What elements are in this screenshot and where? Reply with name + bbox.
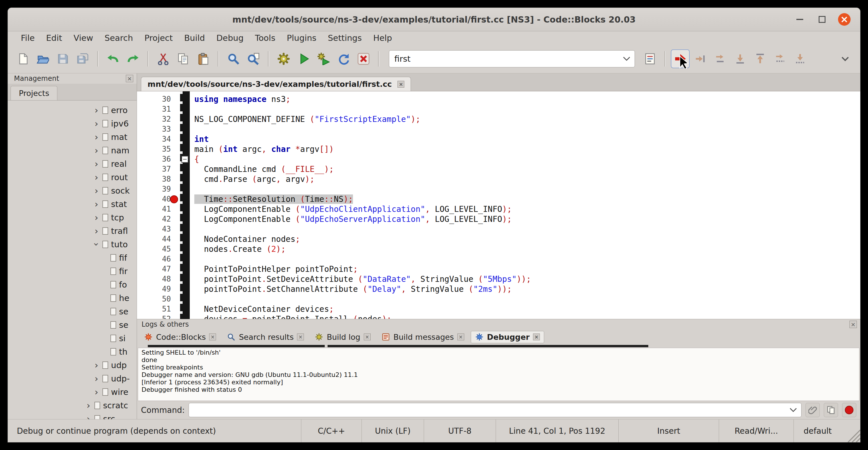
tree-item-tcp[interactable]: tcp <box>8 211 137 224</box>
expand-chevron-icon[interactable] <box>92 374 101 383</box>
tree-item-fir[interactable]: fir <box>8 264 137 278</box>
tree-item-si[interactable]: si <box>8 331 137 345</box>
expand-chevron-icon[interactable] <box>92 132 101 142</box>
expand-chevron-icon[interactable] <box>84 401 93 410</box>
log-tab-build-log[interactable]: Build log <box>310 331 375 343</box>
paste-button[interactable] <box>194 50 212 68</box>
collapse-chevron-icon[interactable] <box>92 240 101 249</box>
maximize-button[interactable] <box>816 13 828 26</box>
code-editor[interactable]: 30using namespace ns3;3132NS_LOG_COMPONE… <box>137 91 860 319</box>
menu-item-build[interactable]: Build <box>178 32 211 44</box>
tab-projects[interactable]: Projects <box>10 86 57 100</box>
expand-chevron-icon[interactable] <box>92 387 101 397</box>
incremental-search-combo[interactable] <box>389 50 635 67</box>
close-button[interactable] <box>838 13 850 26</box>
tab-close-icon[interactable] <box>297 333 304 340</box>
debug-continue-button[interactable] <box>672 50 689 68</box>
tree-item-fo[interactable]: fo <box>8 278 137 291</box>
next-instruction-button[interactable] <box>771 50 789 68</box>
tree-item-tuto[interactable]: tuto <box>8 238 137 251</box>
cut-button[interactable] <box>154 50 172 68</box>
expand-chevron-icon[interactable] <box>92 186 101 195</box>
tab-close-icon[interactable] <box>457 333 464 340</box>
code-line[interactable]: 35main (int argc, char *argv[]) <box>137 144 860 154</box>
tab-close-icon[interactable] <box>209 333 216 340</box>
expand-chevron-icon[interactable] <box>92 159 101 169</box>
menu-item-settings[interactable]: Settings <box>322 32 368 44</box>
code-line[interactable]: 45 nodes.Create (2); <box>137 244 860 254</box>
code-line[interactable]: 32NS_LOG_COMPONENT_DEFINE ("FirstScriptE… <box>137 114 860 124</box>
run-to-cursor-button[interactable] <box>691 50 709 68</box>
tree-item-mat[interactable]: mat <box>8 130 137 144</box>
tree-item-wire[interactable]: wire <box>8 385 137 399</box>
code-line[interactable]: 41 LogComponentEnable ("UdpEchoClientApp… <box>137 204 860 214</box>
tree-item-th[interactable]: th <box>8 345 137 358</box>
step-out-button[interactable] <box>751 50 769 68</box>
code-line[interactable]: 46 <box>137 254 860 264</box>
editor-tab-close-icon[interactable] <box>398 81 404 88</box>
save-button[interactable] <box>54 50 72 68</box>
log-tab-search-results[interactable]: Search results <box>223 331 308 343</box>
save-all-button[interactable] <box>74 50 92 68</box>
code-line[interactable]: 39 <box>137 184 860 194</box>
command-dropdown-button[interactable] <box>785 403 801 417</box>
menu-item-project[interactable]: Project <box>139 32 178 44</box>
attach-file-button[interactable] <box>806 403 820 417</box>
find-button[interactable] <box>224 50 242 68</box>
expand-chevron-icon[interactable] <box>92 173 101 182</box>
code-line[interactable]: 40 Time::SetResolution (Time::NS); <box>137 194 860 204</box>
tree-item-real[interactable]: real <box>8 157 137 171</box>
tree-item-stat[interactable]: stat <box>8 197 137 211</box>
menu-item-file[interactable]: File <box>15 32 40 44</box>
tree-item-trafl[interactable]: trafl <box>8 224 137 238</box>
build-button[interactable] <box>275 50 292 68</box>
logs-close-icon[interactable] <box>849 321 857 328</box>
tree-item-udp[interactable]: udp <box>8 358 137 372</box>
tab-close-icon[interactable] <box>364 333 371 340</box>
code-line[interactable]: 30using namespace ns3; <box>137 94 860 104</box>
expand-chevron-icon[interactable] <box>92 146 101 155</box>
expand-chevron-icon[interactable] <box>92 106 101 115</box>
undo-button[interactable] <box>104 50 122 68</box>
code-line[interactable]: 52 devices = pointToPoint.Install (nodes… <box>137 314 860 319</box>
tree-item-se[interactable]: se <box>8 305 137 318</box>
code-line[interactable]: 43 <box>137 224 860 234</box>
tree-item-udp-[interactable]: udp- <box>8 372 137 385</box>
build-and-run-button[interactable] <box>315 50 333 68</box>
tree-item-nam[interactable]: nam <box>8 144 137 157</box>
menu-item-help[interactable]: Help <box>368 32 398 44</box>
redo-button[interactable] <box>124 50 142 68</box>
fold-marker-icon[interactable] <box>182 156 188 163</box>
tree-item-ipv6[interactable]: ipv6 <box>8 117 137 130</box>
tree-item-scratc[interactable]: scratc <box>8 399 137 412</box>
rebuild-button[interactable] <box>335 50 352 68</box>
copy-log-button[interactable] <box>824 403 838 417</box>
step-into-button[interactable] <box>731 50 749 68</box>
tree-item-erro[interactable]: erro <box>8 103 137 117</box>
tree-item-se[interactable]: se <box>8 318 137 331</box>
open-file-button[interactable] <box>34 50 52 68</box>
search-input[interactable] <box>389 54 619 64</box>
code-line[interactable]: 47 PointToPointHelper pointToPoint; <box>137 264 860 274</box>
expand-chevron-icon[interactable] <box>92 361 101 370</box>
menu-item-view[interactable]: View <box>68 32 99 44</box>
code-line[interactable]: 44 NodeContainer nodes; <box>137 234 860 244</box>
menu-item-plugins[interactable]: Plugins <box>281 32 322 44</box>
code-line[interactable]: 31 <box>137 104 860 114</box>
tree-item-sock[interactable]: sock <box>8 184 137 197</box>
expand-chevron-icon[interactable] <box>92 227 101 236</box>
resize-grip[interactable] <box>841 419 860 442</box>
editor-tab-first-cc[interactable]: mnt/dev/tools/source/ns-3-dev/examples/t… <box>141 77 411 91</box>
breakpoint-icon[interactable] <box>170 195 178 203</box>
management-close-icon[interactable] <box>126 75 133 82</box>
code-line[interactable]: 34int <box>137 134 860 144</box>
command-input[interactable] <box>189 406 785 415</box>
stop-debugger-button[interactable] <box>842 403 856 417</box>
code-line[interactable]: 51 NetDeviceContainer devices; <box>137 304 860 314</box>
search-combo-dropdown-button[interactable] <box>619 51 634 67</box>
search-options-button[interactable] <box>641 50 659 68</box>
code-line[interactable]: 33 <box>137 124 860 134</box>
command-combo[interactable] <box>189 403 802 417</box>
step-into-instruction-button[interactable] <box>791 50 809 68</box>
title-bar[interactable]: mnt/dev/tools/source/ns-3-dev/examples/t… <box>8 8 860 31</box>
